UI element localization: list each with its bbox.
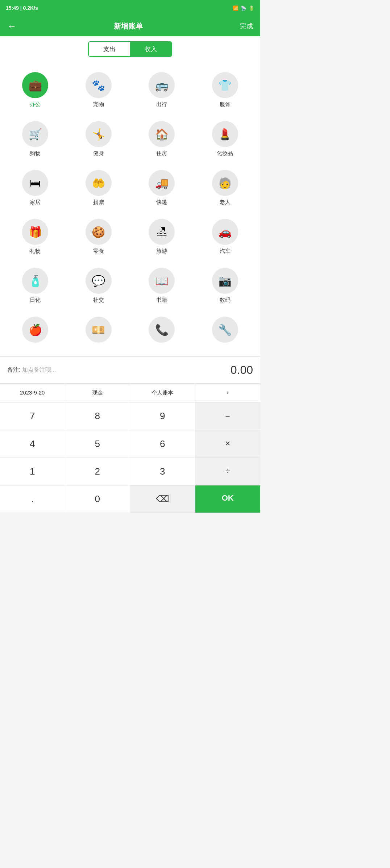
category-grid: 💼 办公 🐾 宠物 🚌 出行 👕 服饰 🛒 购物 🤸 健身 🏠 住房 [0, 66, 260, 352]
category-donation[interactable]: 🤲 捐赠 [67, 163, 130, 212]
key-4[interactable]: 4 [0, 430, 65, 458]
clothing-label: 服饰 [220, 101, 231, 108]
key-multiply[interactable]: × [195, 430, 261, 458]
finance-icon: 💴 [86, 317, 112, 343]
category-clothing[interactable]: 👕 服饰 [194, 66, 257, 114]
back-button[interactable]: ← [7, 21, 17, 32]
category-gift[interactable]: 🎁 礼物 [4, 212, 67, 261]
category-office[interactable]: 💼 办公 [4, 66, 67, 114]
snack-icon: 🍪 [86, 219, 112, 245]
wifi-icon: 📡 [241, 5, 246, 11]
amount-display: 0.00 [231, 363, 253, 377]
car-icon: 🚗 [212, 219, 238, 245]
category-books[interactable]: 📖 书籍 [130, 261, 194, 310]
express-label: 快递 [156, 199, 167, 206]
home-label: 家居 [30, 199, 41, 206]
category-finance[interactable]: 💴 [67, 310, 130, 352]
tourism-label: 旅游 [156, 248, 167, 255]
status-time: 15:49 | 0.2K/s [6, 5, 38, 11]
express-icon: 🚚 [149, 170, 175, 196]
books-label: 书籍 [156, 297, 167, 304]
tab-bar: 支出 收入 [0, 36, 260, 62]
travel-label: 出行 [156, 101, 167, 108]
key-backspace[interactable]: ⌫ [130, 485, 195, 513]
app-header: ← 新增账单 完成 [0, 16, 260, 36]
repair-icon: 🔧 [212, 317, 238, 343]
category-snack[interactable]: 🍪 零食 [67, 212, 130, 261]
battery-icon: 🔋 [249, 5, 254, 11]
category-tourism[interactable]: 🏖 旅游 [130, 212, 194, 261]
key-divide[interactable]: ÷ [195, 458, 261, 485]
remark-section: 备注: 加点备注呗... [7, 366, 56, 374]
numpad-row-2: 4 5 6 × [0, 430, 260, 458]
key-3[interactable]: 3 [130, 458, 195, 485]
plus-operator[interactable]: + [195, 384, 261, 402]
category-housing[interactable]: 🏠 住房 [130, 114, 194, 163]
category-fitness[interactable]: 🤸 健身 [67, 114, 130, 163]
remark-bar: 备注: 加点备注呗... 0.00 [0, 356, 260, 383]
numpad-row-1: 7 8 9 － [0, 402, 260, 430]
category-repair[interactable]: 🔧 [194, 310, 257, 352]
key-dot[interactable]: . [0, 485, 65, 513]
category-cosmetics[interactable]: 💄 化妆品 [194, 114, 257, 163]
key-1[interactable]: 1 [0, 458, 65, 485]
remark-label: 备注: [7, 367, 20, 373]
category-travel[interactable]: 🚌 出行 [130, 66, 194, 114]
donation-icon: 🤲 [86, 170, 112, 196]
numpad-row-4: . 0 ⌫ OK [0, 485, 260, 513]
pet-label: 宠物 [93, 101, 104, 108]
clothing-icon: 👕 [212, 72, 238, 98]
key-5[interactable]: 5 [65, 430, 130, 458]
signal-icon: 📶 [233, 5, 238, 11]
key-9[interactable]: 9 [130, 402, 195, 430]
categories-section: 💼 办公 🐾 宠物 🚌 出行 👕 服饰 🛒 购物 🤸 健身 🏠 住房 [0, 62, 260, 356]
numpad-info-row: 2023-9-20 现金 个人账本 + [0, 384, 260, 402]
payment-selector[interactable]: 现金 [65, 384, 130, 402]
category-shopping[interactable]: 🛒 购物 [4, 114, 67, 163]
account-selector[interactable]: 个人账本 [130, 384, 195, 402]
tourism-icon: 🏖 [149, 219, 175, 245]
housing-icon: 🏠 [149, 121, 175, 147]
elderly-icon: 🧓 [212, 170, 238, 196]
shopping-label: 购物 [30, 150, 41, 157]
status-icons: 📶 📡 🔋 [233, 5, 254, 11]
fitness-icon: 🤸 [86, 121, 112, 147]
housing-label: 住房 [156, 150, 167, 157]
date-selector[interactable]: 2023-9-20 [0, 384, 65, 402]
category-daily[interactable]: 🧴 日化 [4, 261, 67, 310]
category-phone[interactable]: 📞 [130, 310, 194, 352]
gift-label: 礼物 [30, 248, 41, 255]
page-title: 新增账单 [114, 21, 143, 31]
key-7[interactable]: 7 [0, 402, 65, 430]
key-2[interactable]: 2 [65, 458, 130, 485]
key-6[interactable]: 6 [130, 430, 195, 458]
key-minus[interactable]: － [195, 402, 261, 430]
home-icon: 🛏 [22, 170, 48, 196]
key-0[interactable]: 0 [65, 485, 130, 513]
category-pet[interactable]: 🐾 宠物 [67, 66, 130, 114]
tab-expense[interactable]: 支出 [89, 42, 130, 56]
cosmetics-icon: 💄 [212, 121, 238, 147]
category-home[interactable]: 🛏 家居 [4, 163, 67, 212]
category-elderly[interactable]: 🧓 老人 [194, 163, 257, 212]
key-8[interactable]: 8 [65, 402, 130, 430]
remark-placeholder[interactable]: 加点备注呗... [22, 367, 56, 373]
office-label: 办公 [30, 101, 41, 108]
social-label: 社交 [93, 297, 104, 304]
category-social[interactable]: 💬 社交 [67, 261, 130, 310]
tab-group: 支出 收入 [88, 41, 172, 57]
digital-label: 数码 [220, 297, 231, 304]
elderly-label: 老人 [220, 199, 231, 206]
category-express[interactable]: 🚚 快递 [130, 163, 194, 212]
done-button[interactable]: 完成 [240, 22, 253, 30]
category-digital[interactable]: 📷 数码 [194, 261, 257, 310]
phone-icon: 📞 [149, 317, 175, 343]
snack-label: 零食 [93, 248, 104, 255]
category-food[interactable]: 🍎 [4, 310, 67, 352]
daily-icon: 🧴 [22, 268, 48, 294]
gift-icon: 🎁 [22, 219, 48, 245]
tab-income[interactable]: 收入 [130, 42, 171, 56]
pet-icon: 🐾 [86, 72, 112, 98]
ok-button[interactable]: OK [195, 485, 261, 513]
category-car[interactable]: 🚗 汽车 [194, 212, 257, 261]
